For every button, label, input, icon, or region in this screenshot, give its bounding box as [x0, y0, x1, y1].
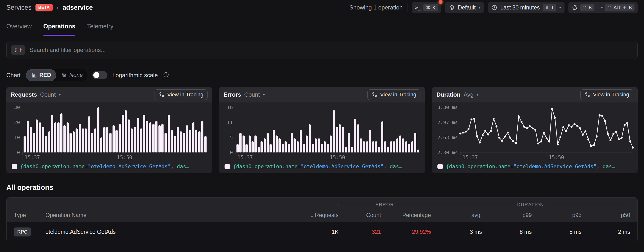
bar[interactable] [195, 130, 197, 152]
data-point[interactable] [518, 115, 520, 117]
bar[interactable] [246, 144, 248, 152]
time-range-button[interactable]: Last 30 minutes ⇧ T ▾ [488, 2, 564, 13]
bar[interactable] [54, 122, 56, 152]
bar[interactable] [324, 141, 326, 153]
bar[interactable] [125, 110, 127, 152]
view-in-tracing-button[interactable]: View in Tracing [368, 89, 420, 100]
bar[interactable] [381, 121, 383, 152]
metric-selector[interactable]: Count [40, 91, 56, 98]
bar[interactable] [393, 141, 395, 153]
bar[interactable] [284, 141, 287, 153]
bar[interactable] [100, 137, 102, 152]
column-header-p95[interactable]: p95 [532, 212, 582, 219]
bar[interactable] [369, 130, 371, 152]
bar[interactable] [378, 147, 380, 152]
bar[interactable] [73, 131, 75, 152]
data-point[interactable] [496, 125, 498, 127]
bar[interactable] [112, 125, 115, 152]
bar[interactable] [399, 135, 401, 152]
data-point[interactable] [593, 144, 595, 146]
data-point[interactable] [529, 125, 531, 127]
bar[interactable] [88, 116, 90, 152]
data-point[interactable] [504, 136, 506, 138]
bar[interactable] [204, 136, 206, 152]
bar[interactable] [254, 135, 257, 152]
bar[interactable] [158, 125, 161, 152]
data-point[interactable] [548, 141, 550, 143]
data-point[interactable] [509, 137, 511, 139]
data-point[interactable] [568, 124, 570, 126]
bar[interactable] [294, 138, 296, 152]
data-point[interactable] [476, 135, 478, 137]
data-point[interactable] [584, 130, 586, 132]
legend-checkbox[interactable] [438, 164, 443, 169]
tab-overview[interactable]: Overview [6, 23, 32, 36]
bar[interactable] [236, 144, 239, 152]
data-point[interactable] [596, 135, 598, 137]
bar[interactable] [248, 135, 251, 152]
bar[interactable] [168, 115, 170, 152]
data-point[interactable] [615, 131, 617, 133]
data-point[interactable] [543, 132, 545, 134]
bar[interactable] [252, 141, 254, 153]
data-point[interactable] [515, 142, 517, 144]
bar[interactable] [57, 122, 60, 152]
bar[interactable] [417, 150, 419, 152]
bar[interactable] [131, 128, 133, 152]
data-point[interactable] [459, 133, 461, 135]
data-point[interactable] [629, 140, 631, 142]
legend-checkbox[interactable] [12, 164, 17, 169]
data-point[interactable] [610, 139, 612, 141]
bar[interactable] [239, 133, 242, 152]
bar[interactable] [192, 122, 194, 152]
tab-telemetry[interactable]: Telemetry [87, 23, 113, 36]
bar[interactable] [134, 127, 136, 152]
data-point[interactable] [523, 126, 525, 128]
bar[interactable] [270, 144, 272, 152]
bar[interactable] [411, 141, 414, 153]
bar[interactable] [183, 133, 185, 152]
bar[interactable] [278, 138, 281, 152]
bar[interactable] [357, 124, 359, 152]
info-icon[interactable] [163, 72, 169, 79]
bar[interactable] [258, 147, 260, 152]
data-point[interactable] [470, 118, 472, 120]
bar[interactable] [327, 144, 329, 152]
bar[interactable] [264, 138, 266, 152]
bar[interactable] [116, 130, 118, 152]
bar[interactable] [342, 127, 344, 152]
data-point[interactable] [632, 147, 634, 149]
bar[interactable] [39, 122, 41, 152]
data-point[interactable] [582, 134, 584, 136]
bar[interactable] [161, 124, 164, 152]
bar[interactable] [79, 124, 81, 152]
data-point[interactable] [574, 123, 576, 125]
bar[interactable] [149, 122, 152, 152]
bar[interactable] [64, 125, 66, 152]
bar[interactable] [303, 144, 305, 152]
bar[interactable] [180, 131, 182, 152]
bar[interactable] [174, 136, 176, 152]
chart-mode-none[interactable]: None [56, 69, 88, 81]
data-point[interactable] [565, 130, 567, 132]
data-point[interactable] [562, 126, 564, 128]
bar[interactable] [164, 133, 167, 152]
data-point[interactable] [512, 140, 514, 142]
data-point[interactable] [468, 128, 470, 130]
bar[interactable] [360, 138, 362, 152]
column-header-p50[interactable]: p50 [582, 212, 630, 219]
legend-label[interactable]: {dash0.operation.name="oteldemo.AdServic… [233, 164, 402, 169]
bar[interactable] [351, 147, 353, 152]
data-point[interactable] [598, 114, 600, 116]
view-in-tracing-button[interactable]: View in Tracing [580, 89, 633, 100]
bar[interactable] [155, 121, 158, 152]
table-row[interactable]: RPC oteldemo.AdService GetAds 1K 321 29.… [6, 222, 638, 242]
command-palette-button[interactable]: >_ ⌘ K [412, 2, 442, 13]
bar[interactable] [152, 124, 154, 152]
bar[interactable] [405, 141, 407, 153]
data-point[interactable] [607, 133, 609, 135]
data-point[interactable] [537, 143, 539, 144]
bar[interactable] [186, 125, 188, 152]
bar[interactable] [94, 128, 96, 152]
bar[interactable] [106, 127, 108, 152]
